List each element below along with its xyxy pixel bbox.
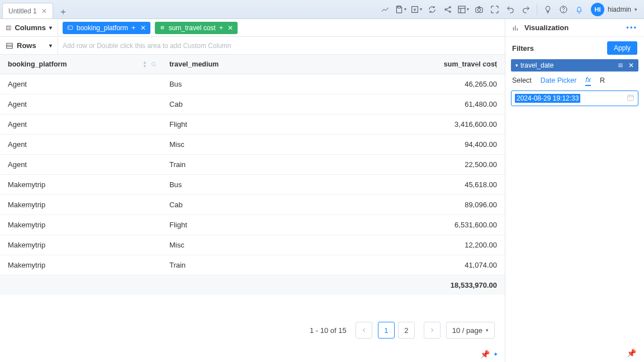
tab-title: Untitled 1 <box>8 7 37 15</box>
apply-button[interactable]: Apply <box>607 41 637 55</box>
table-row[interactable]: AgentFlight3,416,600.00 <box>0 115 505 135</box>
sort-icon[interactable]: ▲▼ <box>143 60 147 68</box>
chevron-down-icon: ▾ <box>486 327 489 333</box>
date-value: 2024-08-29 19:12:33 <box>515 94 580 103</box>
table-row[interactable]: MakemytripFlight6,531,600.00 <box>0 215 505 235</box>
page-number-button[interactable]: 1 <box>378 322 395 339</box>
rows-shelf-body[interactable]: Add row or Double click this area to add… <box>58 37 505 54</box>
table-row[interactable]: AgentCab61,480.00 <box>0 94 505 115</box>
help-icon[interactable] <box>556 2 571 17</box>
close-icon[interactable]: ✕ <box>140 24 146 32</box>
rows-label[interactable]: Rows ▾ <box>0 37 58 54</box>
cell-booking-platform: Agent <box>0 74 162 94</box>
pin-icon[interactable]: 📌 <box>627 349 636 358</box>
table-row[interactable]: MakemytripTrain41,074.00 <box>0 255 505 275</box>
close-icon[interactable]: ✕ <box>628 61 634 69</box>
undo-icon[interactable] <box>503 2 518 17</box>
tab-r[interactable]: R <box>600 77 605 85</box>
rows-shelf: Rows ▾ Add row or Double click this area… <box>0 37 505 55</box>
plus-icon[interactable]: + <box>219 23 224 32</box>
cell-booking-platform: Agent <box>0 155 162 175</box>
table-row[interactable]: MakemytripCab89,096.00 <box>0 195 505 215</box>
cell-travel-medium: Train <box>162 155 323 175</box>
sort-icon[interactable]: ▲▼ <box>475 60 479 68</box>
right-footer: 📌 <box>505 344 644 362</box>
export-icon[interactable]: ▾ <box>409 2 424 17</box>
table-row[interactable]: AgentTrain22,500.00 <box>0 155 505 175</box>
cell-travel-medium: Bus <box>162 74 323 94</box>
tab-strip: Untitled 1 ✕ ＋ <box>2 0 70 18</box>
table-header-row: booking_platform ▲▼ travel_medium sum_tr… <box>0 55 505 74</box>
chart-line-icon[interactable] <box>378 2 392 17</box>
close-icon[interactable]: ✕ <box>41 7 47 15</box>
page-size-select[interactable]: 10 / page ▾ <box>446 322 495 339</box>
svg-point-4 <box>449 11 451 12</box>
user-menu[interactable]: HI hiadmin ▾ <box>588 3 641 16</box>
svg-line-25 <box>155 65 156 66</box>
tab-select[interactable]: Select <box>512 77 532 85</box>
share-icon[interactable] <box>441 2 455 17</box>
svg-rect-12 <box>6 26 11 30</box>
svg-point-3 <box>449 6 451 8</box>
redo-icon[interactable] <box>519 2 533 17</box>
left-footer: 📌 ✦ <box>0 346 505 362</box>
search-icon[interactable] <box>150 61 157 68</box>
prev-page-button[interactable] <box>356 322 372 339</box>
cell-cost: 46,265.00 <box>323 74 505 94</box>
columns-icon <box>6 24 11 32</box>
plus-icon[interactable]: + <box>131 23 136 32</box>
chevron-down-icon[interactable]: ▾ <box>49 25 52 31</box>
svg-rect-5 <box>458 6 465 13</box>
columns-label[interactable]: Columns ▾ <box>0 19 58 36</box>
th-booking-platform[interactable]: booking_platform ▲▼ <box>0 55 162 74</box>
layout-icon[interactable]: ▾ <box>456 2 471 17</box>
calendar-icon[interactable] <box>627 94 634 103</box>
workspace-tab[interactable]: Untitled 1 ✕ <box>2 3 53 18</box>
rows-placeholder: Add row or Double click this area to add… <box>63 42 231 50</box>
cell-booking-platform: Agent <box>0 115 162 135</box>
more-icon[interactable]: ⋮ <box>493 60 500 69</box>
svg-rect-15 <box>68 26 72 29</box>
cell-cost: 89,096.00 <box>323 195 505 215</box>
cell-travel-medium: Bus <box>162 175 323 195</box>
cell-cost: 22,500.00 <box>323 155 505 175</box>
date-input[interactable]: 2024-08-29 19:12:33 <box>511 90 638 106</box>
cell-travel-medium: Cab <box>162 195 323 215</box>
camera-icon[interactable] <box>472 2 486 17</box>
filter-chip-travel-date[interactable]: ▾ travel_date ✕ <box>511 59 638 72</box>
new-tab-button[interactable]: ＋ <box>56 5 70 18</box>
table-row[interactable]: MakemytripMisc12,200.00 <box>0 235 505 255</box>
svg-rect-21 <box>7 43 13 48</box>
table-row[interactable]: AgentMisc94,400.00 <box>0 135 505 155</box>
table-total-row: 18,533,970.00 <box>0 275 505 296</box>
search-icon[interactable] <box>482 61 489 68</box>
top-bar: Untitled 1 ✕ ＋ ▾ ▾ ▾ HI hiadmin ▾ <box>0 0 644 19</box>
pill-booking-platform[interactable]: booking_platform + ✕ <box>63 22 150 34</box>
visualization-toggle[interactable]: Visualization <box>512 23 569 32</box>
pin-badge-icon[interactable]: ✦ <box>493 351 498 358</box>
pin-icon[interactable]: 📌 <box>480 350 490 359</box>
th-sum-travel-cost[interactable]: sum_travel cost ▲▼ ⋮ <box>323 55 505 74</box>
table-row[interactable]: MakemytripBus45,618.00 <box>0 175 505 195</box>
toolbar: ▾ ▾ ▾ HI hiadmin ▾ <box>378 2 641 17</box>
chevron-down-icon[interactable]: ▾ <box>49 42 52 49</box>
page-number-button[interactable]: 2 <box>398 322 415 339</box>
th-travel-medium[interactable]: travel_medium <box>162 55 323 74</box>
notifications-icon[interactable] <box>572 2 586 17</box>
columns-shelf-body[interactable]: booking_platform + ✕ sum_travel cost + ✕ <box>58 19 505 36</box>
close-icon[interactable]: ✕ <box>228 24 233 32</box>
tab-fx[interactable]: fx <box>585 76 591 86</box>
cell-travel-medium: Cab <box>162 94 323 115</box>
cell-booking-platform: Makemytrip <box>0 175 162 195</box>
pill-sum-travel-cost[interactable]: sum_travel cost + ✕ <box>155 22 238 34</box>
tab-date-picker[interactable]: Date Picker <box>541 77 577 85</box>
idea-icon[interactable] <box>541 2 555 17</box>
expand-icon[interactable] <box>487 2 502 17</box>
svg-point-11 <box>564 11 564 11</box>
more-icon[interactable]: ••• <box>626 23 637 32</box>
save-icon[interactable]: ▾ <box>394 2 408 17</box>
refresh-icon[interactable] <box>425 2 439 17</box>
next-page-button[interactable] <box>424 322 441 339</box>
list-icon[interactable] <box>617 62 624 69</box>
table-row[interactable]: AgentBus46,265.00 <box>0 74 505 94</box>
